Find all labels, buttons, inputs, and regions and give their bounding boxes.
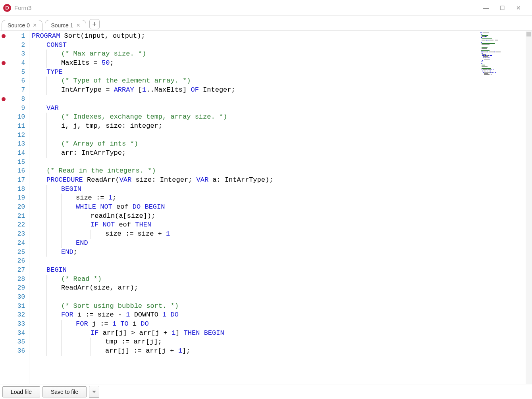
code-line[interactable]: size := 1; — [32, 194, 479, 203]
breakpoint-slot[interactable] — [0, 302, 7, 311]
code-line[interactable]: tmp := arr[j]; — [32, 338, 479, 347]
code-line[interactable]: (* Read in the integers. *) — [32, 167, 479, 176]
breakpoint-slot[interactable] — [0, 338, 7, 347]
breakpoint-slot[interactable] — [0, 86, 7, 95]
titlebar: D Form3 ― ☐ ✕ — [0, 0, 532, 16]
maximize-button[interactable]: ☐ — [500, 5, 505, 11]
breakpoint-slot[interactable] — [0, 230, 7, 239]
code-line[interactable]: arr[j] := arr[j + 1]; — [32, 347, 479, 356]
code-line[interactable]: size := size + 1 — [32, 230, 479, 239]
code-line[interactable]: IF NOT eof THEN — [32, 221, 479, 230]
code-line[interactable]: ReadArr(size, arr); — [32, 284, 479, 293]
toolbar-dropdown-button[interactable] — [89, 386, 99, 398]
code-area[interactable]: PROGRAM Sort(input, output);CONST(* Max … — [29, 31, 479, 384]
breakpoint-slot[interactable] — [0, 68, 7, 77]
breakpoint-slot[interactable] — [0, 113, 7, 122]
breakpoint-slot[interactable] — [0, 212, 7, 221]
code-line[interactable]: i, j, tmp, size: integer; — [32, 122, 479, 131]
close-button[interactable]: ✕ — [516, 5, 521, 11]
breakpoint-slot[interactable] — [0, 347, 7, 356]
breakpoint-slot[interactable] — [0, 275, 7, 284]
breakpoint-gutter[interactable] — [0, 31, 7, 384]
breakpoint-slot[interactable] — [0, 239, 7, 248]
minimap[interactable] — [479, 31, 526, 384]
code-line[interactable] — [32, 158, 479, 167]
code-line[interactable]: IF arr[j] > arr[j + 1] THEN BEGIN — [32, 329, 479, 338]
code-line[interactable] — [32, 293, 479, 302]
breakpoint-slot[interactable] — [0, 320, 7, 329]
code-line[interactable]: (* Array of ints *) — [32, 140, 479, 149]
code-line[interactable]: BEGIN — [32, 266, 479, 275]
line-number: 10 — [7, 113, 25, 122]
minimize-button[interactable]: ― — [483, 5, 489, 11]
tab-source-1[interactable]: Source 1 × — [45, 20, 86, 31]
breakpoint-slot[interactable] — [0, 77, 7, 86]
breakpoint-slot[interactable] — [0, 140, 7, 149]
code-line[interactable]: readln(a[size]); — [32, 212, 479, 221]
code-line[interactable]: (* Type of the element array. *) — [32, 77, 479, 86]
breakpoint-slot[interactable] — [0, 293, 7, 302]
editor[interactable]: 1234567891011121314151617181920212223242… — [0, 31, 532, 384]
breakpoint-slot[interactable] — [0, 284, 7, 293]
line-number: 30 — [7, 293, 25, 302]
code-line[interactable] — [32, 257, 479, 266]
line-number: 29 — [7, 284, 25, 293]
breakpoint-slot[interactable] — [0, 131, 7, 140]
breakpoint-slot[interactable] — [0, 122, 7, 131]
breakpoint-slot[interactable] — [0, 167, 7, 176]
code-line[interactable]: CONST — [32, 41, 479, 50]
code-line[interactable]: BEGIN — [32, 185, 479, 194]
line-number: 31 — [7, 302, 25, 311]
line-number: 6 — [7, 77, 25, 86]
breakpoint-slot[interactable] — [0, 158, 7, 167]
code-line[interactable]: PROCEDURE ReadArr(VAR size: Integer; VAR… — [32, 176, 479, 185]
code-line[interactable]: (* Read *) — [32, 275, 479, 284]
code-line[interactable] — [32, 131, 479, 140]
add-tab-button[interactable]: + — [89, 19, 100, 29]
line-number: 17 — [7, 176, 25, 185]
code-line[interactable]: IntArrType = ARRAY [1..MaxElts] OF Integ… — [32, 86, 479, 95]
code-line[interactable]: PROGRAM Sort(input, output); — [32, 32, 479, 41]
vertical-scrollbar[interactable] — [526, 31, 532, 384]
code-line[interactable]: END; — [32, 248, 479, 257]
code-line[interactable]: WHILE NOT eof DO BEGIN — [32, 203, 479, 212]
breakpoint-slot[interactable] — [0, 248, 7, 257]
line-number: 8 — [7, 95, 25, 104]
breakpoint-slot[interactable] — [0, 176, 7, 185]
breakpoint-icon[interactable] — [2, 97, 6, 101]
close-icon[interactable]: × — [33, 22, 37, 29]
breakpoint-slot[interactable] — [0, 311, 7, 320]
tab-source-0[interactable]: Source 0 × — [2, 20, 42, 31]
breakpoint-slot[interactable] — [0, 32, 7, 41]
breakpoint-slot[interactable] — [0, 194, 7, 203]
scrollbar-thumb[interactable] — [526, 32, 531, 36]
load-file-button[interactable]: Load file — [2, 386, 40, 397]
code-line[interactable]: TYPE — [32, 68, 479, 77]
code-line[interactable]: FOR j := 1 TO i DO — [32, 320, 479, 329]
breakpoint-slot[interactable] — [0, 266, 7, 275]
code-line[interactable]: (* Sort using bubble sort. *) — [32, 302, 479, 311]
breakpoint-slot[interactable] — [0, 203, 7, 212]
breakpoint-slot[interactable] — [0, 50, 7, 59]
code-line[interactable]: END — [32, 239, 479, 248]
save-to-file-button[interactable]: Save to file — [42, 386, 87, 397]
code-line[interactable]: VAR — [32, 104, 479, 113]
breakpoint-icon[interactable] — [2, 61, 6, 65]
breakpoint-slot[interactable] — [0, 329, 7, 338]
breakpoint-slot[interactable] — [0, 257, 7, 266]
close-icon[interactable]: × — [76, 22, 80, 29]
breakpoint-slot[interactable] — [0, 185, 7, 194]
breakpoint-slot[interactable] — [0, 41, 7, 50]
breakpoint-icon[interactable] — [2, 34, 6, 38]
code-line[interactable]: MaxElts = 50; — [32, 59, 479, 68]
code-line[interactable] — [32, 95, 479, 104]
code-line[interactable]: (* Indexes, exchange temp, array size. *… — [32, 113, 479, 122]
code-line[interactable]: FOR i := size - 1 DOWNTO 1 DO — [32, 311, 479, 320]
code-line[interactable]: (* Max array size. *) — [32, 50, 479, 59]
breakpoint-slot[interactable] — [0, 221, 7, 230]
breakpoint-slot[interactable] — [0, 59, 7, 68]
breakpoint-slot[interactable] — [0, 95, 7, 104]
breakpoint-slot[interactable] — [0, 149, 7, 158]
code-line[interactable]: arr: IntArrType; — [32, 149, 479, 158]
breakpoint-slot[interactable] — [0, 104, 7, 113]
